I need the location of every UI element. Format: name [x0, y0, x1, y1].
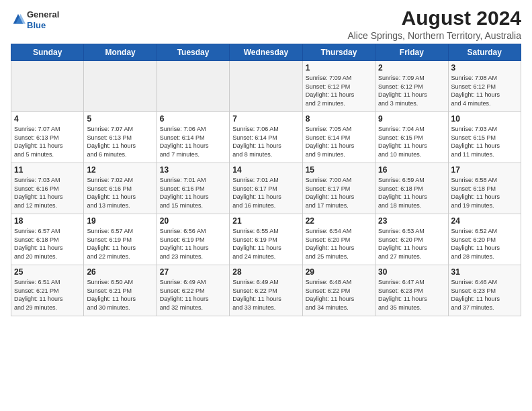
day-info: Sunrise: 6:55 AM Sunset: 6:19 PM Dayligh…	[232, 227, 299, 261]
header-cell-wednesday: Wednesday	[230, 44, 302, 61]
calendar-cell: 1Sunrise: 7:09 AM Sunset: 6:12 PM Daylig…	[302, 61, 375, 112]
calendar-cell: 28Sunrise: 6:49 AM Sunset: 6:22 PM Dayli…	[230, 265, 302, 316]
day-number: 5	[87, 114, 153, 124]
calendar-cell: 5Sunrise: 7:07 AM Sunset: 6:13 PM Daylig…	[84, 112, 157, 163]
day-info: Sunrise: 7:06 AM Sunset: 6:14 PM Dayligh…	[160, 125, 226, 158]
day-info: Sunrise: 7:05 AM Sunset: 6:14 PM Dayligh…	[306, 125, 372, 158]
day-number: 6	[160, 114, 226, 124]
header-cell-tuesday: Tuesday	[157, 44, 229, 61]
header-cell-thursday: Thursday	[302, 44, 375, 61]
calendar-cell: 31Sunrise: 6:46 AM Sunset: 6:23 PM Dayli…	[448, 265, 521, 316]
calendar-cell: 26Sunrise: 6:50 AM Sunset: 6:21 PM Dayli…	[84, 265, 157, 316]
day-number: 31	[451, 267, 518, 277]
day-number: 21	[232, 216, 299, 226]
day-info: Sunrise: 7:07 AM Sunset: 6:13 PM Dayligh…	[87, 125, 153, 158]
logo-icon	[11, 13, 26, 28]
day-info: Sunrise: 6:58 AM Sunset: 6:18 PM Dayligh…	[451, 176, 518, 210]
day-number: 26	[87, 267, 153, 277]
day-info: Sunrise: 7:03 AM Sunset: 6:15 PM Dayligh…	[451, 125, 518, 158]
calendar-row: 18Sunrise: 6:57 AM Sunset: 6:18 PM Dayli…	[11, 214, 521, 265]
day-info: Sunrise: 6:49 AM Sunset: 6:22 PM Dayligh…	[160, 278, 226, 312]
logo: General Blue	[11, 9, 59, 30]
day-info: Sunrise: 6:48 AM Sunset: 6:22 PM Dayligh…	[306, 278, 372, 312]
day-number: 10	[451, 114, 518, 124]
logo-general: General	[27, 9, 59, 19]
day-number: 16	[378, 165, 445, 175]
calendar-row: 11Sunrise: 7:03 AM Sunset: 6:16 PM Dayli…	[11, 163, 521, 214]
day-info: Sunrise: 6:53 AM Sunset: 6:20 PM Dayligh…	[378, 227, 445, 261]
day-info: Sunrise: 7:01 AM Sunset: 6:17 PM Dayligh…	[232, 176, 299, 210]
calendar-cell: 17Sunrise: 6:58 AM Sunset: 6:18 PM Dayli…	[448, 163, 521, 214]
calendar-cell: 4Sunrise: 7:07 AM Sunset: 6:13 PM Daylig…	[11, 112, 84, 163]
calendar-cell: 13Sunrise: 7:01 AM Sunset: 6:16 PM Dayli…	[157, 163, 229, 214]
day-number: 11	[14, 165, 81, 175]
day-info: Sunrise: 7:01 AM Sunset: 6:16 PM Dayligh…	[160, 176, 226, 210]
calendar-cell: 21Sunrise: 6:55 AM Sunset: 6:19 PM Dayli…	[230, 214, 302, 265]
day-info: Sunrise: 6:57 AM Sunset: 6:18 PM Dayligh…	[14, 227, 81, 261]
day-info: Sunrise: 6:57 AM Sunset: 6:19 PM Dayligh…	[87, 227, 153, 261]
day-info: Sunrise: 6:50 AM Sunset: 6:21 PM Dayligh…	[87, 278, 153, 312]
day-info: Sunrise: 7:04 AM Sunset: 6:15 PM Dayligh…	[378, 125, 445, 158]
day-info: Sunrise: 6:59 AM Sunset: 6:18 PM Dayligh…	[378, 176, 445, 210]
calendar-cell	[84, 61, 157, 112]
calendar-cell: 11Sunrise: 7:03 AM Sunset: 6:16 PM Dayli…	[11, 163, 84, 214]
calendar-row: 25Sunrise: 6:51 AM Sunset: 6:21 PM Dayli…	[11, 265, 521, 316]
day-number: 15	[306, 165, 372, 175]
calendar-cell: 20Sunrise: 6:56 AM Sunset: 6:19 PM Dayli…	[157, 214, 229, 265]
day-info: Sunrise: 6:56 AM Sunset: 6:19 PM Dayligh…	[160, 227, 226, 261]
header-cell-sunday: Sunday	[11, 44, 84, 61]
day-number: 25	[14, 267, 81, 277]
calendar-body: 1Sunrise: 7:09 AM Sunset: 6:12 PM Daylig…	[11, 61, 521, 316]
day-info: Sunrise: 6:49 AM Sunset: 6:22 PM Dayligh…	[232, 278, 299, 312]
calendar-cell: 24Sunrise: 6:52 AM Sunset: 6:20 PM Dayli…	[448, 214, 521, 265]
calendar-cell	[11, 61, 84, 112]
day-info: Sunrise: 7:09 AM Sunset: 6:12 PM Dayligh…	[306, 74, 372, 107]
calendar-cell: 23Sunrise: 6:53 AM Sunset: 6:20 PM Dayli…	[375, 214, 448, 265]
day-number: 18	[14, 216, 81, 226]
day-info: Sunrise: 7:07 AM Sunset: 6:13 PM Dayligh…	[14, 125, 81, 158]
header-cell-monday: Monday	[84, 44, 157, 61]
day-info: Sunrise: 6:52 AM Sunset: 6:20 PM Dayligh…	[451, 227, 518, 261]
day-info: Sunrise: 7:00 AM Sunset: 6:17 PM Dayligh…	[306, 176, 372, 210]
calendar-cell: 10Sunrise: 7:03 AM Sunset: 6:15 PM Dayli…	[448, 112, 521, 163]
calendar-table: SundayMondayTuesdayWednesdayThursdayFrid…	[11, 44, 521, 316]
page: General Blue August 2024 Alice Springs, …	[0, 0, 532, 322]
calendar-cell: 2Sunrise: 7:09 AM Sunset: 6:12 PM Daylig…	[375, 61, 448, 112]
day-number: 20	[160, 216, 226, 226]
main-title: August 2024	[347, 7, 521, 29]
calendar-cell: 12Sunrise: 7:02 AM Sunset: 6:16 PM Dayli…	[84, 163, 157, 214]
calendar-cell: 9Sunrise: 7:04 AM Sunset: 6:15 PM Daylig…	[375, 112, 448, 163]
header: General Blue August 2024 Alice Springs, …	[11, 7, 521, 41]
day-number: 22	[306, 216, 372, 226]
calendar-cell: 14Sunrise: 7:01 AM Sunset: 6:17 PM Dayli…	[230, 163, 302, 214]
day-info: Sunrise: 6:54 AM Sunset: 6:20 PM Dayligh…	[306, 227, 372, 261]
calendar-cell: 16Sunrise: 6:59 AM Sunset: 6:18 PM Dayli…	[375, 163, 448, 214]
day-number: 24	[451, 216, 518, 226]
calendar-cell: 18Sunrise: 6:57 AM Sunset: 6:18 PM Dayli…	[11, 214, 84, 265]
day-number: 2	[378, 63, 445, 73]
calendar-cell: 30Sunrise: 6:47 AM Sunset: 6:23 PM Dayli…	[375, 265, 448, 316]
logo-blue: Blue	[27, 20, 46, 30]
day-number: 9	[378, 114, 445, 124]
day-info: Sunrise: 7:08 AM Sunset: 6:12 PM Dayligh…	[451, 74, 518, 107]
header-row: SundayMondayTuesdayWednesdayThursdayFrid…	[11, 44, 521, 61]
title-area: August 2024 Alice Springs, Northern Terr…	[347, 7, 521, 41]
subtitle: Alice Springs, Northern Territory, Austr…	[347, 30, 521, 41]
day-number: 4	[14, 114, 81, 124]
day-number: 1	[306, 63, 372, 73]
calendar-cell: 3Sunrise: 7:08 AM Sunset: 6:12 PM Daylig…	[448, 61, 521, 112]
logo-text: General Blue	[27, 9, 59, 30]
calendar-cell	[230, 61, 302, 112]
day-number: 3	[451, 63, 518, 73]
calendar-cell: 6Sunrise: 7:06 AM Sunset: 6:14 PM Daylig…	[157, 112, 229, 163]
calendar-cell: 15Sunrise: 7:00 AM Sunset: 6:17 PM Dayli…	[302, 163, 375, 214]
day-info: Sunrise: 7:09 AM Sunset: 6:12 PM Dayligh…	[378, 74, 445, 107]
calendar-cell: 8Sunrise: 7:05 AM Sunset: 6:14 PM Daylig…	[302, 112, 375, 163]
calendar-header: SundayMondayTuesdayWednesdayThursdayFrid…	[11, 44, 521, 61]
day-number: 8	[306, 114, 372, 124]
day-info: Sunrise: 7:03 AM Sunset: 6:16 PM Dayligh…	[14, 176, 81, 210]
day-number: 29	[306, 267, 372, 277]
day-info: Sunrise: 7:02 AM Sunset: 6:16 PM Dayligh…	[87, 176, 153, 210]
calendar-cell: 29Sunrise: 6:48 AM Sunset: 6:22 PM Dayli…	[302, 265, 375, 316]
day-number: 28	[232, 267, 299, 277]
